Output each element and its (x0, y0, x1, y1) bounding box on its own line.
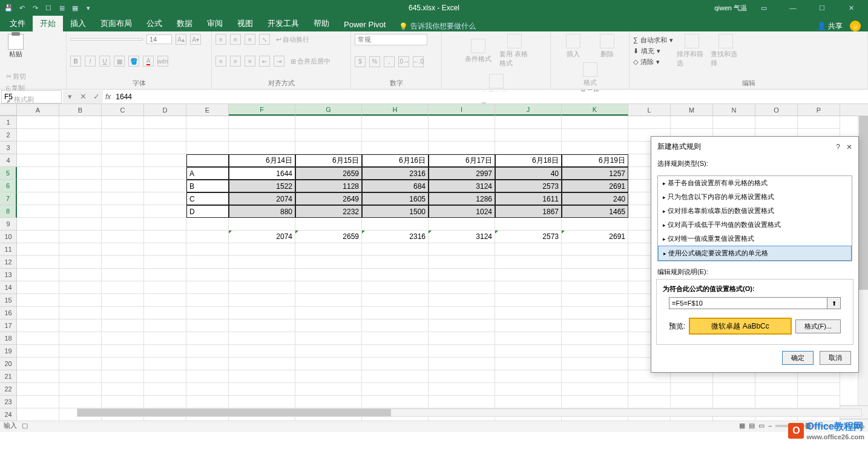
cell[interactable] (59, 218, 102, 231)
cell[interactable]: 6月14日 (229, 154, 295, 167)
cell[interactable] (362, 370, 429, 383)
column-header[interactable]: G (295, 104, 362, 116)
zoom-out-icon[interactable]: − (768, 422, 772, 430)
cell[interactable] (17, 408, 59, 421)
cancel-formula-icon[interactable]: ✕ (76, 90, 90, 103)
cell[interactable] (429, 294, 495, 307)
rule-type-item[interactable]: 仅对排名靠前或靠后的数值设置格式 (658, 204, 852, 218)
cell[interactable] (295, 281, 362, 294)
horizontal-scrollbar[interactable] (77, 408, 862, 417)
row-header[interactable]: 18 (0, 332, 17, 345)
cell[interactable] (562, 269, 628, 281)
row-header[interactable]: 13 (0, 269, 17, 281)
cell[interactable] (102, 218, 144, 231)
align-left-icon[interactable]: ≡ (215, 56, 226, 67)
row-header[interactable]: 14 (0, 281, 17, 294)
cell[interactable] (562, 345, 628, 358)
cell[interactable] (628, 383, 671, 396)
cell[interactable]: 2573 (495, 231, 562, 243)
cell[interactable] (59, 142, 102, 154)
italic-button[interactable]: I (85, 56, 96, 67)
conditional-format-button[interactable]: 条件格式 (463, 39, 493, 64)
cell[interactable] (186, 129, 229, 142)
dialog-close-icon[interactable]: ✕ (846, 143, 852, 151)
column-header[interactable]: E (186, 104, 229, 116)
cell[interactable] (144, 307, 186, 319)
view-pagebreak-icon[interactable]: ▭ (758, 422, 764, 430)
column-header[interactable]: O (755, 104, 798, 116)
row-header[interactable]: 1 (0, 116, 17, 129)
range-selector-icon[interactable]: ⬆ (827, 297, 841, 309)
cell[interactable]: 1128 (295, 180, 362, 192)
tab-review[interactable]: 审阅 (200, 16, 230, 31)
cell[interactable] (144, 205, 186, 218)
fill-button[interactable]: ⬇ 填充 ▾ (633, 46, 673, 56)
row-header[interactable]: 24 (0, 408, 17, 421)
cell[interactable] (562, 294, 628, 307)
cell[interactable]: 6月15日 (295, 154, 362, 167)
cell[interactable] (429, 319, 495, 332)
wrap-text-button[interactable]: ↩ 自动换行 (274, 34, 312, 45)
cell[interactable] (59, 243, 102, 256)
align-middle-icon[interactable]: ≡ (230, 34, 241, 45)
comma-icon[interactable]: , (384, 56, 395, 67)
cell[interactable] (144, 332, 186, 345)
cell[interactable]: 40 (495, 167, 562, 180)
vertical-scrollbar[interactable] (858, 116, 868, 405)
font-size-dropdown[interactable]: 14 (146, 34, 172, 44)
cell[interactable] (295, 129, 362, 142)
cell[interactable] (295, 396, 362, 408)
cell[interactable] (362, 256, 429, 269)
cell[interactable] (562, 332, 628, 345)
minimize-icon[interactable]: — (781, 0, 805, 16)
cell[interactable] (17, 319, 59, 332)
cell[interactable] (59, 205, 102, 218)
cell[interactable] (59, 180, 102, 192)
row-header[interactable]: 9 (0, 218, 17, 231)
cell[interactable] (295, 370, 362, 383)
cell[interactable] (295, 116, 362, 129)
formula-input[interactable] (113, 91, 868, 102)
cell[interactable] (229, 294, 295, 307)
cell[interactable] (671, 396, 713, 408)
row-header[interactable]: 23 (0, 396, 17, 408)
cell[interactable] (755, 116, 798, 129)
undo-icon[interactable]: ↶ (17, 3, 27, 13)
cell[interactable]: A (186, 167, 229, 180)
row-header[interactable]: 20 (0, 358, 17, 370)
find-select-button[interactable]: 查找和选择 (711, 34, 741, 68)
cell[interactable] (295, 269, 362, 281)
cell[interactable] (562, 142, 628, 154)
cell[interactable] (495, 142, 562, 154)
bold-button[interactable]: B (70, 56, 81, 67)
maximize-icon[interactable]: ☐ (810, 0, 834, 16)
rule-type-item[interactable]: 使用公式确定要设置格式的单元格 (658, 246, 852, 261)
cell[interactable] (186, 281, 229, 294)
cell[interactable] (295, 218, 362, 231)
row-header[interactable]: 7 (0, 192, 17, 205)
cell[interactable] (17, 281, 59, 294)
cell[interactable] (295, 345, 362, 358)
cell[interactable] (17, 116, 59, 129)
cell[interactable] (186, 383, 229, 396)
cell[interactable] (362, 396, 429, 408)
cell[interactable] (17, 129, 59, 142)
cell[interactable] (59, 231, 102, 243)
cell[interactable] (17, 154, 59, 167)
row-header[interactable]: 22 (0, 383, 17, 396)
align-bottom-icon[interactable]: ≡ (245, 34, 255, 45)
cell[interactable] (429, 218, 495, 231)
cell[interactable] (17, 142, 59, 154)
cell[interactable] (362, 142, 429, 154)
cell[interactable]: 2691 (562, 180, 628, 192)
cell[interactable] (429, 358, 495, 370)
cell[interactable] (17, 243, 59, 256)
cell[interactable]: 1257 (562, 167, 628, 180)
cell[interactable] (17, 269, 59, 281)
cell[interactable] (755, 396, 798, 408)
cell[interactable] (229, 218, 295, 231)
cell[interactable] (59, 396, 102, 408)
tab-page-layout[interactable]: 页面布局 (93, 16, 139, 31)
column-header[interactable]: D (144, 104, 186, 116)
save-icon[interactable]: 💾 (4, 3, 13, 13)
